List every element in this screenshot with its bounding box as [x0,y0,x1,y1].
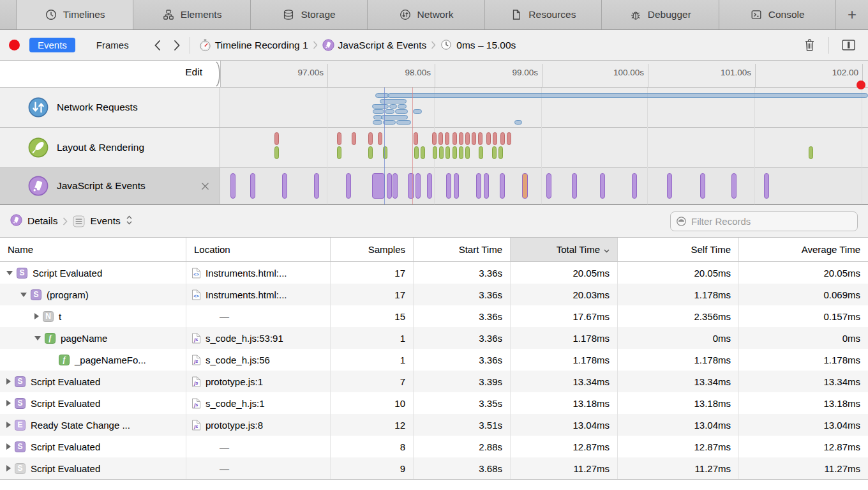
location-empty-dash: — [191,311,229,322]
total-time-cell: 17.67ms [511,305,618,327]
total-time-cell: 13.34ms [511,371,618,392]
column-header-start-time[interactable]: Start Time [414,238,511,261]
table-row[interactable]: S(program)<>Instruments.html:...173.36s2… [0,284,868,305]
table-row[interactable]: Nt—153.36s17.67ms2.356ms0.157ms [0,305,868,327]
svg-text:js: js [193,401,198,407]
location-cell: <>Instruments.html:... [186,262,331,284]
timeline-lane-network-requests: Network Requests [0,88,868,128]
disclosure-triangle[interactable] [6,378,11,385]
tab-storage[interactable]: Storage [251,0,368,29]
average-time-cell: 0.157ms [739,305,868,327]
details-breadcrumb-root[interactable]: Details [27,215,57,227]
table-row[interactable]: EReady State Change ...jsprototype.js:81… [0,414,868,436]
close-lane-button[interactable] [201,182,209,190]
table-row[interactable]: SScript Evaluatedjsprototype.js:173.39s1… [0,371,868,392]
disclosure-triangle[interactable] [34,336,41,341]
tab-timelines[interactable]: Timelines [17,0,133,29]
tab-debugger[interactable]: Debugger [602,0,719,29]
record-button[interactable] [9,40,20,50]
lane-label[interactable]: JavaScript & Events [0,168,220,204]
table-row[interactable]: SScript Evaluated<>Instruments.html:...1… [0,262,868,284]
lane-label[interactable]: Layout & Rendering [0,128,220,168]
total-time-cell: 1.178ms [511,327,618,349]
breadcrumb-item[interactable]: Timeline Recording 1 [199,39,308,51]
column-header-location[interactable]: Location [186,238,331,261]
location-cell: — [186,457,331,479]
ruler-tick [648,64,648,87]
table-row[interactable]: SScript Evaluated—82.88s12.87ms12.87ms12… [0,436,868,457]
table-row[interactable]: fpageNamejss_code_h.js:53:9113.36s1.178m… [0,327,868,349]
column-header-total-time[interactable]: Total Time [511,238,618,261]
network-icon [399,8,412,21]
start-time-cell: 2.88s [414,436,511,457]
disclosure-triangle[interactable] [6,422,11,428]
chevron-right-icon [431,41,436,49]
disclosure-triangle[interactable] [6,443,11,450]
column-header-name[interactable]: Name [0,238,186,261]
disclosure-triangle[interactable] [6,271,13,275]
breadcrumb-item[interactable]: 0ms – 15.00s [440,39,516,51]
lane-label[interactable]: Network Requests [0,88,220,128]
ruler-tick [327,64,328,87]
back-button[interactable] [154,40,161,51]
start-time-cell: 3.36s [414,327,511,349]
lane-graph[interactable] [220,88,868,128]
name-cell: EReady State Change ... [0,414,186,436]
ruler-tick-label: 101.00s [701,68,751,77]
location-text: s_code_h.js:1 [206,398,265,409]
column-header-label: Location [194,244,230,255]
disclosure-triangle[interactable] [34,313,39,319]
average-time-cell: 12.87ms [739,436,868,457]
tab-network[interactable]: Network [368,0,484,29]
tab-console[interactable]: Console [719,0,836,29]
name-cell: f_pageNameFo... [0,349,186,371]
tab-resources[interactable]: Resources [485,0,602,29]
column-header-samples[interactable]: Samples [331,238,414,261]
disclosure-triangle[interactable] [6,465,11,471]
column-header-average-time[interactable]: Average Time [739,238,868,261]
table-row[interactable]: SScript Evaluated—93.68s11.27ms11.27ms11… [0,457,868,479]
tab-bar: TimelinesElementsStorageNetworkResources… [0,0,868,30]
event-type-badge: S [15,376,26,387]
samples-cell: 12 [331,414,414,436]
timeline-toolbar: Events Frames Timeline Recording 1JavaSc… [0,30,868,61]
frames-segment-button[interactable]: Frames [88,38,137,52]
column-header-self-time[interactable]: Self Time [618,238,739,261]
breadcrumb: Timeline Recording 1JavaScript & Events0… [199,39,516,51]
event-name: Script Evaluated [33,268,102,279]
updown-chevron-icon[interactable] [126,215,133,227]
details-view-selector[interactable]: Events [90,215,120,227]
self-time-cell: 0ms [618,327,739,349]
toolbar-separator [190,37,190,54]
timeline-ruler[interactable]: 97.00s98.00s99.00s100.00s101.00s102.00 [220,61,868,88]
toggle-details-sidebar-button[interactable] [838,40,859,50]
location-cell: jsprototype.js:1 [186,371,331,392]
lane-graph[interactable] [220,128,868,168]
self-time-cell: 1.178ms [618,284,739,305]
table-row[interactable]: f_pageNameFo...jss_code_h.js:5613.36s1.1… [0,349,868,371]
start-time-cell: 3.51s [414,414,511,436]
forward-button[interactable] [174,40,181,51]
events-segment-button[interactable]: Events [29,38,75,52]
disclosure-triangle[interactable] [20,293,27,297]
disclosure-triangle[interactable] [6,400,11,406]
total-time-cell: 1.178ms [511,349,618,371]
timeline-lane-javascript-events: JavaScript & Events [0,168,868,204]
samples-cell: 1 [331,327,414,349]
small-clock-icon [440,39,453,51]
event-name: (program) [47,289,89,300]
table-row[interactable]: SScript Evaluatedjss_code_h.js:1103.35s1… [0,392,868,414]
edit-timelines-button[interactable]: Edit [185,66,202,78]
event-name: t [59,311,61,322]
event-type-badge: N [43,311,54,322]
tab-elements[interactable]: Elements [133,0,250,29]
new-tab-button[interactable]: + [836,0,868,29]
event-type-badge: S [15,398,26,409]
location-text: prototype.js:8 [206,420,263,431]
breadcrumb-item[interactable]: JavaScript & Events [322,39,427,51]
clear-timeline-button[interactable] [800,38,819,52]
total-time-cell: 11.27ms [511,457,618,479]
filter-records-input[interactable] [670,211,858,231]
tab-label: Debugger [648,9,691,20]
lane-graph[interactable] [220,168,868,204]
